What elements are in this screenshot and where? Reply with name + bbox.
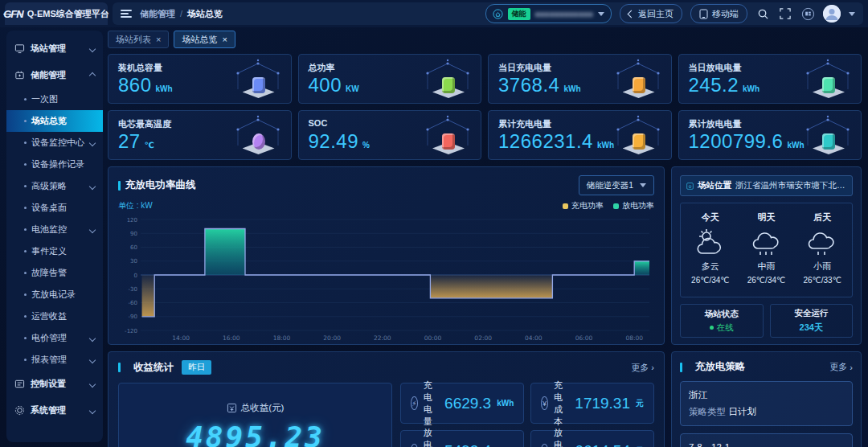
revenue-cell-charge-energy: ⚡ 充电电量 6629.3 kWh [400, 383, 524, 424]
svg-text:30: 30 [130, 258, 137, 265]
sidebar-item-control-settings[interactable]: 控制设置 [6, 371, 103, 397]
svg-text:-30: -30 [129, 286, 137, 293]
svg-text:-120: -120 [125, 328, 137, 334]
strategy-card[interactable]: 浙江 策略类型 日计划 [680, 381, 853, 426]
tab-station-list[interactable]: 场站列表 × [108, 31, 169, 48]
svg-text:-60: -60 [129, 300, 137, 306]
close-icon[interactable]: × [156, 35, 161, 44]
sidebar-item-station-mgmt[interactable]: 场站管理 [6, 35, 103, 62]
sidebar-item-primary-diagram[interactable]: 一次图 [6, 88, 103, 110]
battery-3d-icon [803, 59, 853, 100]
strategy-title: 充放电策略 [695, 360, 746, 374]
svg-text:0: 0 [134, 273, 137, 279]
sidebar-item-advanced-strategy[interactable]: 高级策略 [6, 175, 103, 197]
chevron-down-icon [640, 183, 646, 187]
chevron-down-icon [89, 139, 96, 146]
yesterday-filter[interactable]: 昨日 [182, 360, 211, 375]
sidebar-item-fault-alarm[interactable]: 故障告警 [6, 262, 103, 284]
strategy-panel: 充放电策略 更多› 浙江 策略类型 日计划 7-8，12-1 [671, 351, 862, 447]
location-text: 浙江省温州市瑞安市塘下北工业园区凤都… [735, 180, 846, 191]
energy-icon: ⚡ [411, 396, 418, 410]
sidebar: 场站管理 储能管理 一次图 场站总览 设备监控中心 设备操作记录 高级策略 设备… [6, 31, 103, 442]
theme-widget-icon[interactable] [800, 6, 815, 21]
menu-collapse-icon[interactable] [121, 10, 132, 18]
sidebar-item-battery-monitor[interactable]: 电池监控 [6, 219, 103, 240]
sidebar-item-report-mgmt[interactable]: 报表管理 [6, 349, 103, 371]
sidebar-item-device-desktop[interactable]: 设备桌面 [6, 197, 103, 219]
arrow-right-icon: › [850, 363, 853, 372]
avatar[interactable] [823, 5, 841, 23]
sidebar-item-device-monitor[interactable]: 设备监控中心 [6, 132, 103, 154]
unit-label: 单位 : kW [118, 200, 153, 211]
avatar-chevron-icon[interactable] [849, 12, 855, 16]
stat-card-capacity: 装机总容量 860kWh [108, 54, 292, 104]
sidebar-item-charge-log[interactable]: 充放电记录 [6, 284, 103, 306]
sidebar-item-station-overview[interactable]: 场站总览 [6, 110, 103, 132]
strategy-schedule: 7-8，12-1 [689, 441, 844, 447]
station-info-panel: 场站位置 浙江省温州市瑞安市塘下北工业园区凤都… 今天 多云 26℃/34℃ [671, 166, 862, 345]
svg-text:06:00: 06:00 [575, 334, 593, 342]
legend-discharge[interactable]: 放电功率 [613, 200, 654, 211]
total-revenue-card: 总收益(元) 4895.23 [118, 383, 392, 447]
chart-legend: 充电功率 放电功率 [563, 200, 654, 211]
breadcrumb: 储能管理 / 场站总览 [140, 8, 223, 20]
app-title: Q-EMS综合管理平台 [27, 8, 109, 20]
stat-card-max-temp: 电芯最高温度 27℃ [108, 110, 292, 160]
sidebar-item-system-mgmt[interactable]: 系统管理 [6, 397, 103, 424]
station-selector[interactable]: 储能 ●●●●●●●●●●●● [485, 4, 612, 23]
weather-today: 今天 多云 26℃/34℃ [682, 211, 739, 289]
storage-badge: 储能 [508, 8, 530, 20]
cost-icon: ¥ [541, 396, 548, 410]
strategy-card[interactable]: 7-8，12-1 [680, 433, 853, 447]
stat-cards: 装机总容量 860kWh 总功率 400KW 当日充电电量 [108, 54, 862, 160]
chevron-down-icon [89, 356, 96, 363]
battery-icon [14, 70, 25, 80]
search-icon[interactable] [755, 6, 770, 21]
location-label: 场站位置 [698, 180, 731, 191]
rain-icon [749, 227, 784, 257]
svg-text:90: 90 [130, 231, 137, 237]
weather-forecast: 今天 多云 26℃/34℃ 明天 中 [680, 203, 853, 297]
revenue-cell-discharge-energy: ⚡ 放电电量 5492.4 kWh [400, 430, 524, 447]
light-rain-icon [805, 227, 840, 257]
svg-text:08:00: 08:00 [625, 334, 643, 342]
chevron-left-icon [628, 10, 636, 18]
legend-charge[interactable]: 充电功率 [563, 200, 604, 211]
revenue-icon [227, 403, 237, 413]
chevron-down-icon [89, 334, 96, 341]
chevron-up-icon [89, 72, 96, 78]
chevron-down-icon [89, 226, 96, 232]
sidebar-item-price-mgmt[interactable]: 电价管理 [6, 327, 103, 349]
status-badge: 在线 [710, 322, 734, 334]
strategy-more-link[interactable]: 更多› [829, 361, 853, 373]
revenue-more-link[interactable]: 更多› [631, 362, 654, 374]
chevron-down-icon [89, 45, 96, 51]
svg-text:02:00: 02:00 [474, 334, 492, 342]
total-revenue-value: 4895.23 [186, 420, 325, 447]
sidebar-item-device-op-log[interactable]: 设备操作记录 [6, 154, 103, 175]
battery-3d-icon [613, 115, 663, 157]
tab-station-overview[interactable]: 场站总览 × [174, 31, 235, 48]
ems-dashboard: GFN Q-EMS综合管理平台 储能管理 / 场站总览 储能 ●●●●●●●●●… [0, 0, 868, 447]
plug-3d-icon [803, 115, 853, 157]
tab-bar: 场站列表 × 场站总览 × [108, 31, 862, 48]
chevron-down-icon [598, 12, 604, 16]
sidebar-item-event-definition[interactable]: 事件定义 [6, 240, 103, 262]
stat-card-daily-discharge: 当日放电电量 245.2kWh [678, 54, 862, 104]
mobile-button[interactable]: 移动端 [690, 4, 747, 23]
stat-card-daily-charge: 当日充电电量 3768.4kWh [488, 54, 672, 104]
close-icon[interactable]: × [222, 35, 227, 44]
revenue-cell-charge-cost: ¥ 充电成本 1719.31 元 [530, 383, 654, 424]
sidebar-item-operation-revenue[interactable]: 运营收益 [6, 306, 103, 327]
inverter-select[interactable]: 储能逆变器1 [579, 175, 654, 195]
safe-running-box: 安全运行 234天 [770, 304, 854, 338]
back-home-button[interactable]: 返回主页 [620, 4, 682, 23]
back-home-label: 返回主页 [638, 8, 674, 20]
logo-mark: GFN [3, 8, 23, 20]
svg-text:120: 120 [127, 217, 137, 224]
gauge-3d-icon [233, 115, 283, 157]
breadcrumb-page: 场站总览 [187, 8, 223, 20]
mobile-label: 移动端 [712, 8, 739, 20]
fullscreen-icon[interactable] [778, 6, 792, 21]
sidebar-item-storage-mgmt[interactable]: 储能管理 [6, 62, 103, 88]
